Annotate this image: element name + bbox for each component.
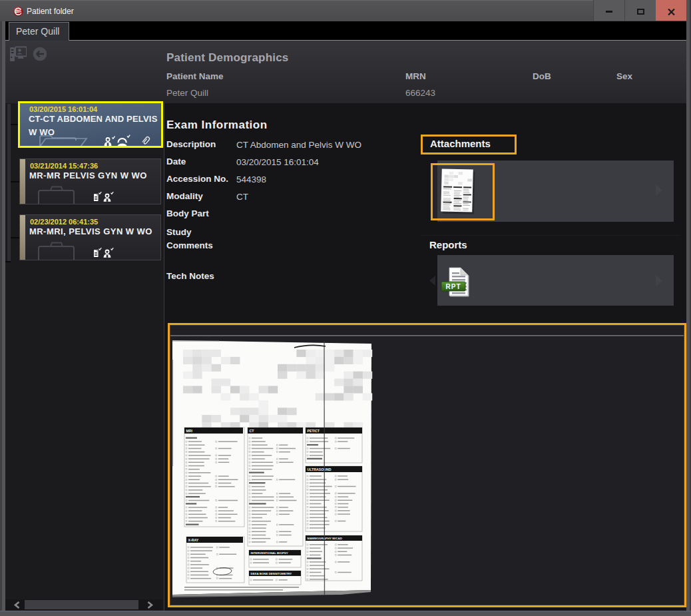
svg-text:RPT: RPT bbox=[446, 283, 461, 290]
svg-text:MRI: MRI bbox=[186, 429, 193, 433]
svg-text:PET/CT: PET/CT bbox=[308, 429, 320, 433]
svg-text:INTERVENTIONAL BIOPSY: INTERVENTIONAL BIOPSY bbox=[251, 551, 288, 555]
svg-text:CT: CT bbox=[250, 429, 255, 433]
svg-text:ULTRASOUND: ULTRASOUND bbox=[308, 467, 332, 471]
svg-text:DEXA BONE DENSITOMETRY: DEXA BONE DENSITOMETRY bbox=[251, 572, 292, 575]
svg-text:X-RAY: X-RAY bbox=[188, 538, 199, 542]
